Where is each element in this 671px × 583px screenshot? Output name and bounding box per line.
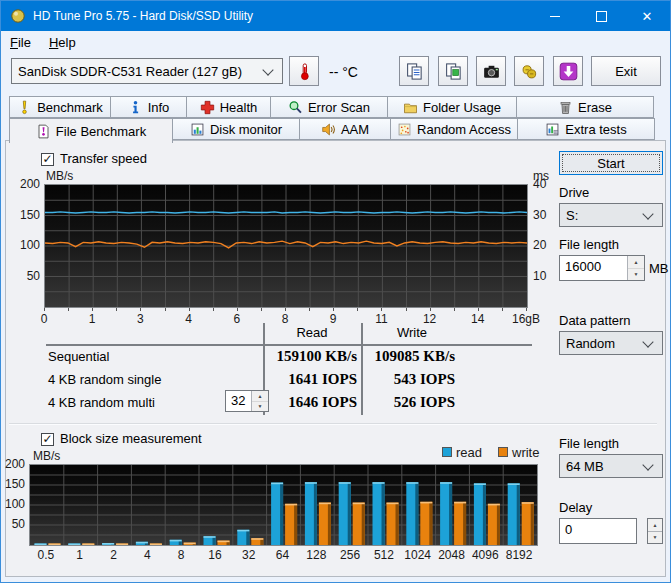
file-length-unit: MB [649, 261, 669, 276]
random-access-icon [397, 122, 412, 137]
drive-label: Drive [559, 185, 589, 200]
app-icon [10, 8, 26, 24]
file-length-label: File length [559, 237, 619, 252]
delay-spin-down[interactable]: ▼ [648, 532, 662, 544]
drive-select[interactable]: S: [559, 203, 663, 227]
queue-depth-spin-down[interactable]: ▼ [252, 402, 268, 412]
tab-label: Benchmark [37, 100, 103, 115]
y-tick-right: 30 [533, 208, 546, 222]
drive-value: S: [560, 208, 644, 223]
file-length-value: 16000 [560, 256, 627, 280]
tab-label: Random Access [417, 122, 511, 137]
extra-tests-icon [545, 122, 560, 137]
tab-health[interactable]: Health [186, 96, 271, 118]
transfer-speed-checkbox[interactable]: ✓ [41, 153, 54, 166]
close-icon: ✕ [642, 10, 653, 23]
title-bar: HD Tune Pro 5.75 - Hard Disk/SSD Utility… [1, 1, 670, 31]
benchmark-icon [17, 100, 32, 115]
queue-depth-spin-up[interactable]: ▲ [252, 391, 268, 402]
menu-bar: File Help [1, 31, 670, 53]
menu-help[interactable]: Help [40, 32, 85, 53]
tab-extra-tests[interactable]: Extra tests [517, 118, 655, 140]
copy-text-button[interactable] [399, 56, 429, 86]
menu-file[interactable]: File [1, 32, 40, 53]
queue-depth-spinbox[interactable]: 32▲▼ [225, 390, 269, 412]
options-icon [520, 62, 539, 81]
write-value: 526 IOPS [365, 394, 455, 411]
tab-random-access[interactable]: Random Access [390, 118, 518, 140]
file-length-spinbox[interactable]: 16000 ▲ ▼ [559, 255, 645, 281]
block-size-checkbox[interactable]: ✓ [41, 433, 54, 446]
update-button[interactable] [553, 56, 583, 86]
minimize-icon [550, 16, 560, 17]
tab-aam[interactable]: AAM [299, 118, 391, 140]
chevron-down-icon [642, 208, 653, 219]
x-tick-label: 0.5 [38, 548, 55, 562]
tab-folder-usage[interactable]: Folder Usage [387, 96, 517, 118]
y-tick-left: 150 [1, 477, 25, 491]
speaker-icon [321, 122, 336, 137]
write-value: 543 IOPS [365, 371, 455, 388]
tab-erase[interactable]: Erase [516, 96, 654, 118]
block-file-length-select[interactable]: 64 MB [559, 454, 663, 478]
data-pattern-label: Data pattern [559, 313, 631, 328]
tab-info[interactable]: Info [110, 96, 187, 118]
tab-label: Health [220, 100, 258, 115]
disk-monitor-icon [190, 122, 205, 137]
exit-button[interactable]: Exit [591, 56, 661, 86]
delay-input[interactable]: 0 [559, 518, 637, 544]
tab-label: Extra tests [565, 122, 626, 137]
tab-file-benchmark[interactable]: File Benchmark [9, 118, 173, 143]
x-tick-label: 4096 [472, 548, 499, 562]
tab-error-scan[interactable]: Error Scan [270, 96, 388, 118]
x-tick-label: 8 [178, 548, 185, 562]
file-benchmark-icon [36, 124, 51, 139]
x-tick-label: 1 [76, 548, 83, 562]
close-button[interactable]: ✕ [624, 1, 670, 31]
maximize-button[interactable] [578, 1, 624, 31]
column-header-write: Write [363, 325, 461, 340]
device-selector[interactable]: SanDisk SDDR-C531 Reader (127 gB) [11, 58, 283, 84]
tab-label: Info [148, 100, 170, 115]
y-tick-right: 40 [533, 177, 546, 191]
tab-row-main: BenchmarkInfoHealthError ScanFolder Usag… [9, 96, 653, 118]
file-length-spin-up[interactable]: ▲ [628, 256, 644, 269]
read-value: 1641 IOPS [267, 371, 357, 388]
app-window: HD Tune Pro 5.75 - Hard Disk/SSD Utility… [0, 0, 671, 583]
options-button[interactable] [514, 56, 544, 86]
delay-spin-up[interactable]: ▲ [648, 519, 662, 532]
chevron-down-icon [642, 336, 653, 347]
temperature-button[interactable] [289, 56, 319, 86]
transfer-speed-chart [44, 184, 528, 308]
x-tick-label: 512 [374, 548, 394, 562]
y-tick-left: 50 [1, 517, 25, 531]
minimize-button[interactable] [532, 1, 578, 31]
transfer-speed-svg [45, 185, 527, 307]
x-tick-label: 8192 [506, 548, 533, 562]
read-value: 1646 IOPS [267, 394, 357, 411]
error-scan-icon [288, 100, 303, 115]
tab-label: AAM [341, 122, 369, 137]
tab-benchmark[interactable]: Benchmark [9, 96, 111, 118]
tab-label: Error Scan [308, 100, 370, 115]
screenshot-button[interactable] [476, 56, 506, 86]
delay-spinner[interactable]: ▲ ▼ [647, 518, 663, 544]
health-icon [200, 100, 215, 115]
chevron-down-icon [642, 459, 653, 470]
write-value: 109085 KB/s [365, 348, 455, 365]
start-button[interactable]: Start [559, 151, 663, 175]
y-tick-left: 100 [1, 497, 25, 511]
row-label: 4 KB random multi [48, 395, 155, 410]
legend-label: write [512, 445, 539, 460]
data-pattern-select[interactable]: Random [559, 331, 663, 355]
tab-disk-monitor[interactable]: Disk monitor [172, 118, 300, 140]
file-length-spin-down[interactable]: ▼ [628, 269, 644, 281]
block-file-length-value: 64 MB [560, 459, 644, 474]
x-tick-label: 32 [242, 548, 255, 562]
copy-image-button[interactable] [438, 56, 468, 86]
exit-label: Exit [615, 64, 637, 79]
x-tick-label: 64 [276, 548, 289, 562]
block-size-label: Block size measurement [60, 431, 202, 446]
queue-depth-value: 32 [226, 391, 251, 411]
chevron-down-icon [262, 64, 273, 75]
